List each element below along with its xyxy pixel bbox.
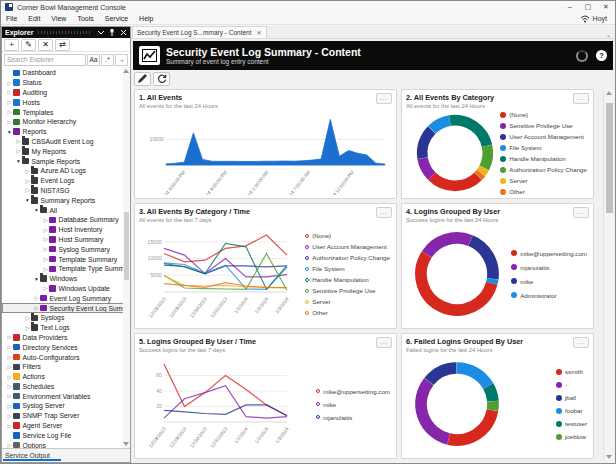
expand-icon[interactable]: ▷	[6, 393, 13, 399]
expand-icon[interactable]: ▷	[6, 119, 13, 125]
collapse-icon[interactable]: ▾	[33, 276, 40, 282]
menu-tools[interactable]: Tools	[77, 15, 93, 22]
tree-item-summary-reports[interactable]: ▾Summary Reports	[2, 195, 130, 205]
expand-icon[interactable]: ▷	[24, 168, 31, 174]
regex-button[interactable]: .*	[101, 54, 114, 66]
expand-icon[interactable]: ▷	[6, 80, 13, 86]
scroll-down-icon[interactable]	[606, 455, 612, 459]
expand-icon[interactable]: ▷	[42, 236, 49, 242]
delete-button[interactable]: ✕	[38, 39, 53, 51]
move-button[interactable]: ⇄	[55, 39, 70, 51]
expand-icon[interactable]: ▷	[6, 374, 13, 380]
tree-item-database-summary[interactable]: ▷Database Summary	[2, 215, 130, 225]
tree-item-sample-reports[interactable]: ▾Sample Reports	[2, 156, 130, 166]
panel-drag-grip[interactable]	[38, 31, 92, 34]
expand-icon[interactable]: ▷	[15, 138, 22, 144]
tree-item-actions[interactable]: ▷Actions	[2, 372, 130, 382]
tree-item-environment-variables[interactable]: ▷Environment Variables	[2, 391, 130, 401]
tree-item-auto-configurators[interactable]: ▷Auto-Configurators	[2, 352, 130, 362]
collapse-icon[interactable]: ▾	[6, 129, 13, 135]
tree-item-auditing[interactable]: ▷Auditing	[2, 88, 130, 98]
panel-menu-button[interactable]: ...	[573, 207, 589, 218]
tree-item-event-logs[interactable]: ▷Event Logs	[2, 176, 130, 186]
expand-icon[interactable]: ▷	[42, 256, 49, 262]
expand-icon[interactable]: ▷	[6, 99, 13, 105]
help-button[interactable]: ?	[596, 50, 607, 61]
panel-menu-button[interactable]: ...	[376, 337, 392, 348]
expand-icon[interactable]: ▷	[42, 217, 49, 223]
edit-button[interactable]: ✎	[21, 39, 36, 51]
tree-item-filters[interactable]: ▷Filters	[2, 362, 130, 372]
tree-item-text-logs[interactable]: ▷Text Logs	[2, 323, 130, 333]
tab-security-event-log-summary[interactable]: Security Event Log S...mmary - Content ✕	[132, 26, 267, 38]
expand-icon[interactable]: ▷	[33, 295, 40, 301]
expand-icon[interactable]: ▷	[42, 227, 49, 233]
tree-item-syslog-summary[interactable]: ▷Syslog Summary	[2, 244, 130, 254]
expand-icon[interactable]: ▷	[6, 344, 13, 350]
tree-item-service-log-file[interactable]: Service Log File	[2, 430, 130, 440]
edit-report-button[interactable]	[134, 72, 151, 86]
panel-menu-button[interactable]: ...	[573, 337, 589, 348]
tree-item-syslogs[interactable]: ▷Syslogs	[2, 313, 130, 323]
tree-item-windows[interactable]: ▾Windows	[2, 274, 130, 284]
expand-icon[interactable]: ▷	[6, 383, 13, 389]
tree-item-schedules[interactable]: ▷Schedules	[2, 382, 130, 392]
close-icon[interactable]	[119, 29, 127, 37]
expand-icon[interactable]: ▷	[6, 413, 13, 419]
main-scrollbar-thumb[interactable]	[606, 103, 613, 213]
expand-icon[interactable]: ▷	[15, 148, 22, 154]
expand-icon[interactable]: ▷	[6, 334, 13, 340]
tree-item-templates[interactable]: ▷Templates	[2, 107, 130, 117]
expand-icon[interactable]: ▷	[6, 89, 13, 95]
menu-help[interactable]: Help	[139, 15, 153, 22]
expand-icon[interactable]: ▷	[6, 364, 13, 370]
tree-item-azure-ad-logs[interactable]: ▷Azure AD Logs	[2, 166, 130, 176]
tree-item-template-type-summary[interactable]: ▷Template Type Summary	[2, 264, 130, 274]
menu-service[interactable]: Service	[105, 15, 128, 22]
tree-item-snmp-trap-server[interactable]: ▷SNMP Trap Server	[2, 411, 130, 421]
tree-item-monitor-hierarchy[interactable]: ▷Monitor Hierarchy	[2, 117, 130, 127]
chevron-down-icon[interactable]	[97, 29, 105, 37]
tree-item-security-event-log-summary[interactable]: ▷Security Event Log Summary	[2, 303, 130, 313]
tree-item-dashboard[interactable]: Dashboard	[2, 68, 130, 78]
maximize-button[interactable]: ▢	[579, 1, 597, 13]
scroll-down-icon[interactable]	[123, 442, 129, 446]
scroll-up-icon[interactable]	[606, 91, 612, 95]
tree-item-hosts[interactable]: ▷Hosts	[2, 97, 130, 107]
add-button[interactable]: +	[4, 39, 19, 51]
close-button[interactable]: ✕	[597, 1, 615, 13]
tree-item-options[interactable]: ▷Options	[2, 440, 130, 448]
tree-item-event-log-summary[interactable]: ▷Event Log Summary	[2, 293, 130, 303]
expand-icon[interactable]: ▷	[6, 403, 13, 409]
expand-icon[interactable]: ▷	[42, 285, 49, 291]
menu-view[interactable]: View	[51, 15, 66, 22]
collapse-icon[interactable]: ▾	[24, 197, 31, 203]
collapse-icon[interactable]: ▾	[33, 207, 40, 213]
collapse-icon[interactable]: ▾	[15, 158, 22, 164]
tree-scrollbar-thumb[interactable]	[124, 212, 129, 281]
expand-icon[interactable]: ▷	[24, 187, 31, 193]
tree-item-template-summary[interactable]: ▷Template Summary	[2, 254, 130, 264]
tab-close-icon[interactable]: ✕	[257, 29, 262, 36]
panel-menu-button[interactable]: ...	[376, 207, 392, 218]
tree-item-all[interactable]: ▾All	[2, 205, 130, 215]
user-label[interactable]: Hoyt	[593, 15, 607, 22]
tree-item-directory-services[interactable]: ▷Directory Services	[2, 342, 130, 352]
tree-item-nist-isg[interactable]: ▷NIST/ISG	[2, 186, 130, 196]
tree-item-agent-server[interactable]: ▷Agent Server	[2, 421, 130, 431]
expand-icon[interactable]: ▷	[6, 354, 13, 360]
search-input[interactable]	[4, 54, 86, 66]
chevron-down-icon[interactable]: ⌄	[606, 31, 611, 38]
expand-icon[interactable]: ▷	[24, 315, 31, 321]
tree-item-data-providers[interactable]: ▷Data Providers	[2, 333, 130, 343]
expand-icon[interactable]: ▷	[6, 109, 13, 115]
tree-item-reports[interactable]: ▾Reports	[2, 127, 130, 137]
tree-item-syslog-server[interactable]: ▷Syslog Server	[2, 401, 130, 411]
tree-item-my-reports[interactable]: ▷My Reports	[2, 146, 130, 156]
minimize-button[interactable]: –	[561, 1, 579, 13]
tree-item-host-summary[interactable]: ▷Host Summary	[2, 235, 130, 245]
expand-icon[interactable]: ▷	[24, 325, 31, 331]
menu-edit[interactable]: Edit	[28, 15, 40, 22]
refresh-button[interactable]	[153, 72, 170, 86]
tree-item-status[interactable]: ▷Status	[2, 78, 130, 88]
